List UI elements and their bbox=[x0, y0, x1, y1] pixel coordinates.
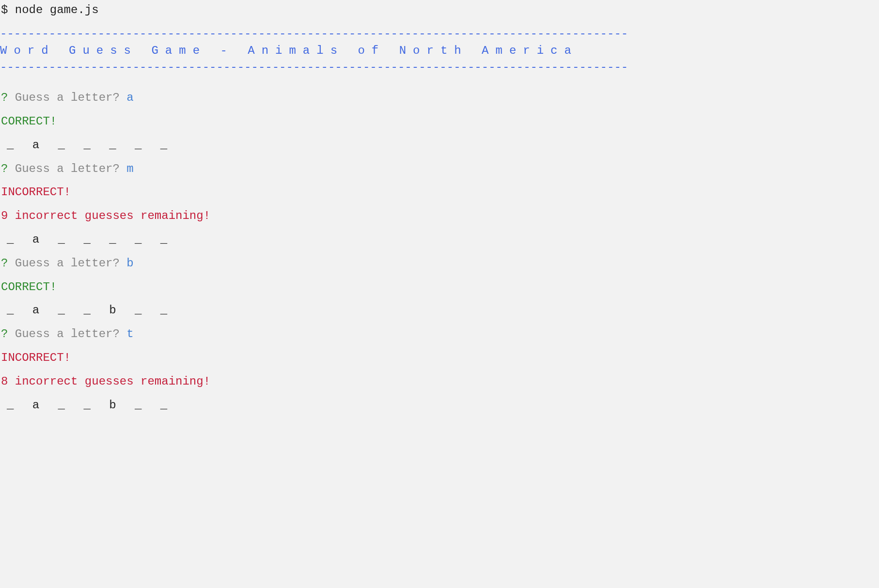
spacer bbox=[0, 201, 879, 208]
guess-prompt[interactable]: ? Guess a letter? a bbox=[0, 90, 879, 107]
spacer bbox=[0, 107, 879, 113]
user-answer: m bbox=[126, 162, 133, 175]
spacer bbox=[0, 319, 879, 326]
spacer bbox=[0, 225, 879, 232]
spacer bbox=[0, 272, 879, 279]
user-answer: a bbox=[126, 91, 133, 104]
spacer bbox=[0, 177, 879, 184]
user-answer: t bbox=[126, 327, 133, 340]
spacer bbox=[0, 154, 879, 161]
spacer bbox=[0, 248, 879, 255]
game-title: Word Guess Game - Animals of North Ameri… bbox=[0, 43, 879, 60]
result-correct: CORRECT! bbox=[0, 113, 879, 130]
word-state: _ a _ _ _ _ _ bbox=[0, 137, 879, 154]
divider-top: ----------------------------------------… bbox=[0, 26, 879, 43]
spacer bbox=[0, 343, 879, 350]
command-line: $ node game.js bbox=[0, 2, 879, 19]
word-state: _ a _ _ _ _ _ bbox=[0, 232, 879, 248]
spacer bbox=[0, 19, 879, 26]
guess-prompt[interactable]: ? Guess a letter? t bbox=[0, 326, 879, 343]
result-incorrect: INCORRECT! bbox=[0, 350, 879, 367]
spacer bbox=[0, 390, 879, 397]
divider-bottom: ----------------------------------------… bbox=[0, 59, 879, 76]
prompt-text: Guess a letter? bbox=[8, 91, 126, 104]
question-mark-icon: ? bbox=[1, 257, 8, 270]
prompt-text: Guess a letter? bbox=[8, 327, 126, 340]
spacer bbox=[0, 130, 879, 137]
guesses-remaining: 9 incorrect guesses remaining! bbox=[0, 208, 879, 225]
word-state: _ a _ _ b _ _ bbox=[0, 397, 879, 414]
spacer bbox=[0, 76, 879, 90]
question-mark-icon: ? bbox=[1, 162, 8, 175]
guesses-remaining: 8 incorrect guesses remaining! bbox=[0, 373, 879, 390]
spacer bbox=[0, 295, 879, 302]
guess-prompt[interactable]: ? Guess a letter? m bbox=[0, 161, 879, 178]
question-mark-icon: ? bbox=[1, 327, 8, 340]
question-mark-icon: ? bbox=[1, 91, 8, 104]
prompt-text: Guess a letter? bbox=[8, 162, 126, 175]
spacer bbox=[0, 367, 879, 373]
prompt-text: Guess a letter? bbox=[8, 257, 126, 270]
user-answer: b bbox=[126, 257, 133, 270]
word-state: _ a _ _ b _ _ bbox=[0, 302, 879, 319]
result-correct: CORRECT! bbox=[0, 279, 879, 296]
result-incorrect: INCORRECT! bbox=[0, 184, 879, 201]
guess-prompt[interactable]: ? Guess a letter? b bbox=[0, 255, 879, 272]
